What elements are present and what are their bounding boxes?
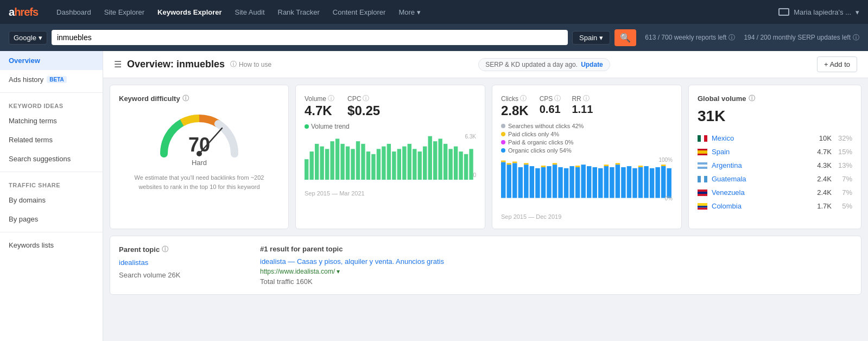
svg-rect-64 [616,163,620,165]
rr-info-icon[interactable]: ⓘ [583,94,590,103]
svg-rect-58 [593,167,597,198]
kd-info-icon[interactable]: ⓘ [182,94,189,103]
nav-site-audit[interactable]: Site Audit [230,0,270,24]
country-chevron-icon: ▾ [599,34,603,42]
sidebar-item-search-suggestions[interactable]: Search suggestions [0,149,103,168]
legend-no-clicks: Searches without clicks 42% [501,123,673,129]
svg-rect-74 [661,165,666,166]
how-to-use-link[interactable]: ⓘ How to use [230,60,271,69]
main-content: ☰ Overview: inmuebles ⓘ How to use SERP … [103,51,868,341]
clicks-chart-top: 100% [658,157,673,163]
guatemala-flag [698,176,707,182]
svg-rect-26 [428,136,432,180]
nav-rank-tracker[interactable]: Rank Tracker [273,0,325,24]
sidebar-item-by-domains[interactable]: By domains [0,191,103,210]
country-volume-colombia: 1.7K [813,202,832,210]
top-navigation: ahrefs Dashboard Site Explorer Keywords … [0,0,868,24]
add-to-button[interactable]: + Add to [817,56,857,72]
nav-keywords-explorer[interactable]: Keywords Explorer [152,0,227,24]
engine-chevron-icon: ▾ [39,34,42,42]
country-select[interactable]: Spain ▾ [572,31,610,45]
svg-rect-33 [464,154,468,180]
country-name-colombia[interactable]: Colombia [712,202,808,210]
monitor-icon [778,8,789,16]
cps-info-icon[interactable]: ⓘ [554,94,561,103]
svg-rect-53 [569,166,574,198]
svg-rect-3 [309,151,313,180]
volume-trend: Volume trend [305,123,476,130]
sidebar-label-keywords-lists: Keywords lists [9,241,54,249]
svg-rect-17 [382,147,385,180]
legend-dot-paid-organic [501,140,505,144]
monthly-serp: 194 / 200 monthly SERP updates left ⓘ [744,33,859,42]
nav-dashboard[interactable]: Dashboard [51,0,97,24]
volume-date-range: Sep 2015 — Mar 2021 [305,190,476,197]
sidebar-divider-1 [0,92,103,93]
country-name-guatemala[interactable]: Guatemala [712,175,808,183]
nav-site-explorer[interactable]: Site Explorer [99,0,150,24]
sidebar: Overview Ads history BETA Keyword ideas … [0,51,103,341]
svg-rect-77 [701,135,704,142]
nav-content-explorer[interactable]: Content Explorer [327,0,391,24]
kd-card: Keyword difficulty ⓘ [110,85,289,229]
svg-rect-10 [346,147,350,180]
serp-status-text: SERP & KD updated a day ago. [485,61,578,68]
country-name-argentina[interactable]: Argentina [712,161,808,169]
svg-rect-40 [512,162,517,163]
keyword-input[interactable] [52,30,568,45]
volume-chart-svg [305,134,476,180]
cpc-info-icon[interactable]: ⓘ [363,94,369,103]
parent-topic-link[interactable]: idealistas [119,258,148,267]
svg-rect-54 [575,167,580,198]
svg-rect-8 [335,138,339,180]
svg-rect-11 [351,149,354,180]
sidebar-item-ads-history[interactable]: Ads history BETA [0,70,103,89]
svg-rect-20 [397,149,401,180]
sidebar-item-overview[interactable]: Overview [0,51,103,70]
nav-links: Dashboard Site Explorer Keywords Explore… [51,0,778,24]
volume-metrics-row: Volume ⓘ 4.7K CPC ⓘ $0.25 [305,94,476,118]
update-link[interactable]: Update [581,61,603,68]
gauge-container: 70 [156,108,243,156]
weekly-reports: 613 / 700 weekly reports left ⓘ [645,33,735,42]
cpc-metric: CPC ⓘ $0.25 [347,94,380,118]
nav-more[interactable]: More ▾ [393,0,426,24]
parent-topic-section: Parent topic ⓘ idealistas Search volume … [110,236,861,295]
parent-topic-info-icon[interactable]: ⓘ [162,245,168,254]
svg-rect-82 [698,165,707,167]
dropdown-arrow-icon[interactable]: ▾ [337,268,340,275]
hamburger-icon[interactable]: ☰ [114,59,122,70]
sidebar-item-matching-terms[interactable]: Matching terms [0,111,103,130]
parent-result-link[interactable]: idealista — Casas y pisos, alquiler y ve… [260,257,444,266]
clicks-info-icon[interactable]: ⓘ [520,94,527,103]
weekly-reports-info-icon[interactable]: ⓘ [728,33,735,42]
search-bar: Google ▾ Spain ▾ 🔍 613 / 700 weekly repo… [0,24,868,51]
user-chevron-icon[interactable]: ▾ [856,8,859,16]
svg-rect-7 [330,141,334,180]
sidebar-item-keywords-lists[interactable]: Keywords lists [0,236,103,255]
legend-dot-no-clicks [501,124,505,128]
user-name[interactable]: Maria lapiedra's ... [794,8,851,16]
country-name-mexico[interactable]: Mexico [712,134,808,142]
svg-rect-41 [518,167,523,198]
svg-rect-29 [443,144,447,180]
parent-result-title: #1 result for parent topic [260,245,852,253]
sidebar-item-by-pages[interactable]: By pages [0,210,103,229]
svg-rect-56 [581,165,585,198]
country-name-venezuela[interactable]: Venezuela [712,188,808,197]
colombia-flag [698,203,707,210]
engine-label: Google [14,34,36,42]
logo[interactable]: ahrefs [9,6,38,18]
sidebar-item-related-terms[interactable]: Related terms [0,130,103,149]
parent-result-url: https://www.idealista.com/ ▾ [260,268,852,275]
monthly-serp-info-icon[interactable]: ⓘ [853,33,859,42]
search-button[interactable]: 🔍 [614,29,636,46]
global-info-icon[interactable]: ⓘ [749,94,755,103]
country-item-spain: Spain 4.7K 15% [698,145,852,159]
svg-rect-75 [667,168,671,198]
svg-rect-45 [535,168,540,198]
clicks-value: 2.8K [501,103,529,118]
country-name-spain[interactable]: Spain [712,148,808,156]
engine-select[interactable]: Google ▾ [9,31,47,45]
volume-info-icon[interactable]: ⓘ [328,94,334,103]
